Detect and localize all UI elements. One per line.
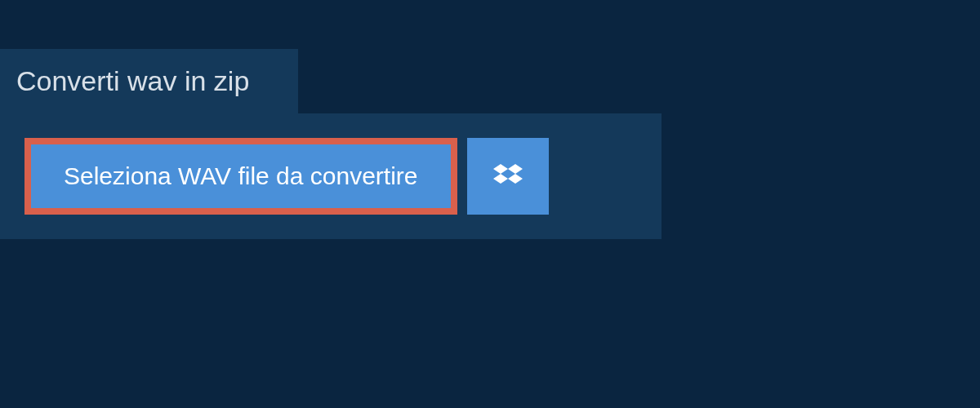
button-row: Seleziona WAV file da convertire: [24, 138, 637, 215]
select-file-label: Seleziona WAV file da convertire: [64, 162, 418, 190]
tab-header: Converti wav in zip: [0, 49, 298, 113]
dropbox-button[interactable]: [467, 138, 549, 215]
select-file-button[interactable]: Seleziona WAV file da convertire: [24, 138, 457, 215]
dropbox-icon: [493, 162, 523, 191]
tab-title: Converti wav in zip: [16, 65, 249, 97]
upload-panel: Seleziona WAV file da convertire: [0, 113, 662, 239]
